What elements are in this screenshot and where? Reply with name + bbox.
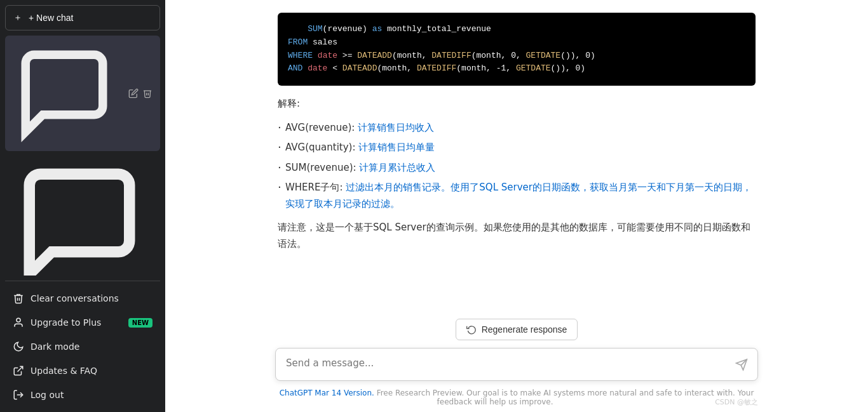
sidebar: ＋ + New chat 计算销售数据 New chat 请求帮助 Clear (0, 0, 165, 412)
user-icon (13, 317, 24, 328)
conversation-actions (128, 88, 153, 98)
input-area: Regenerate response ChatGPT Mar 14 Versi… (165, 311, 868, 412)
code-content: SUM(revenue) as monthly_total_revenue FR… (278, 13, 756, 86)
explanation-item: AVG(quantity): 计算销售日均单量 (278, 140, 756, 156)
regenerate-button[interactable]: Regenerate response (456, 319, 578, 340)
watermark: CSDN @敏之 (715, 397, 758, 407)
footer-link[interactable]: ChatGPT Mar 14 Version. (280, 389, 374, 397)
upgrade-to-plus-button[interactable]: Upgrade to Plus NEW (5, 310, 160, 335)
dark-mode-button[interactable]: Dark mode (5, 335, 160, 359)
clear-conversations-label: Clear conversations (31, 293, 119, 303)
conversation-item[interactable]: 计算销售数据 (5, 36, 160, 151)
conversation-list: 计算销售数据 New chat 请求帮助 (5, 36, 160, 276)
item-label: AVG(revenue): (285, 122, 358, 133)
svg-point-0 (17, 318, 20, 322)
explanation: 解释: AVG(revenue): 计算销售日均收入 AVG(quantity)… (278, 96, 756, 252)
main-content: SUM(revenue) as monthly_total_revenue FR… (165, 0, 868, 412)
item-desc: 计算月累计总收入 (359, 162, 435, 173)
log-out-button[interactable]: Log out (5, 383, 160, 407)
conversation-item[interactable]: New chat (5, 151, 160, 276)
upgrade-label: Upgrade to Plus (31, 317, 101, 328)
chat-icon (13, 157, 146, 276)
sidebar-bottom: Clear conversations Upgrade to Plus NEW … (5, 286, 160, 407)
moon-icon (13, 341, 24, 352)
message-area: SUM(revenue) as monthly_total_revenue FR… (262, 13, 771, 252)
item-desc: 计算销售日均单量 (358, 142, 435, 153)
input-wrapper (275, 348, 758, 383)
item-label: AVG(quantity): (285, 142, 358, 153)
explanation-item: SUM(revenue): 计算月累计总收入 (278, 160, 756, 176)
updates-faq-label: Updates & FAQ (31, 366, 97, 376)
plus-icon: ＋ (13, 12, 22, 23)
external-link-icon (13, 365, 24, 376)
item-label: WHERE子句: (285, 182, 346, 193)
new-chat-label: + New chat (29, 13, 73, 23)
send-icon (735, 359, 748, 371)
message-input[interactable] (275, 348, 758, 381)
explanation-item: AVG(revenue): 计算销售日均收入 (278, 120, 756, 136)
clear-conversations-button[interactable]: Clear conversations (5, 286, 160, 310)
new-chat-button[interactable]: ＋ + New chat (5, 5, 160, 30)
svg-line-1 (18, 366, 23, 371)
explanation-title: 解释: (278, 96, 756, 112)
code-block: SUM(revenue) as monthly_total_revenue FR… (278, 13, 756, 86)
chat-messages: SUM(revenue) as monthly_total_revenue FR… (165, 0, 868, 311)
footer-text: Free Research Preview. Our goal is to ma… (374, 389, 754, 406)
dark-mode-label: Dark mode (31, 342, 79, 352)
item-desc: 计算销售日均收入 (358, 122, 434, 133)
chat-icon (13, 42, 116, 145)
log-out-label: Log out (31, 390, 64, 400)
explanation-list: AVG(revenue): 计算销售日均收入 AVG(quantity): 计算… (278, 120, 756, 213)
regenerate-icon (466, 324, 477, 335)
updates-faq-button[interactable]: Updates & FAQ (5, 359, 160, 383)
send-button[interactable] (733, 356, 750, 376)
footer-note: ChatGPT Mar 14 Version. Free Research Pr… (275, 389, 758, 407)
delete-icon[interactable] (142, 88, 153, 98)
explanation-note: 请注意，这是一个基于SQL Server的查询示例。如果您使用的是其他的数据库，… (278, 220, 756, 252)
log-out-icon (13, 389, 24, 401)
sidebar-divider (5, 281, 160, 281)
new-badge: NEW (128, 318, 153, 328)
regenerate-label: Regenerate response (482, 324, 567, 335)
item-label: SUM(revenue): (285, 162, 359, 173)
explanation-item: WHERE子句: 过滤出本月的销售记录。使用了SQL Server的日期函数，获… (278, 180, 756, 212)
edit-icon[interactable] (128, 88, 139, 98)
trash-icon (13, 293, 24, 304)
item-desc: 过滤出本月的销售记录。使用了SQL Server的日期函数，获取当月第一天和下月… (285, 182, 752, 209)
